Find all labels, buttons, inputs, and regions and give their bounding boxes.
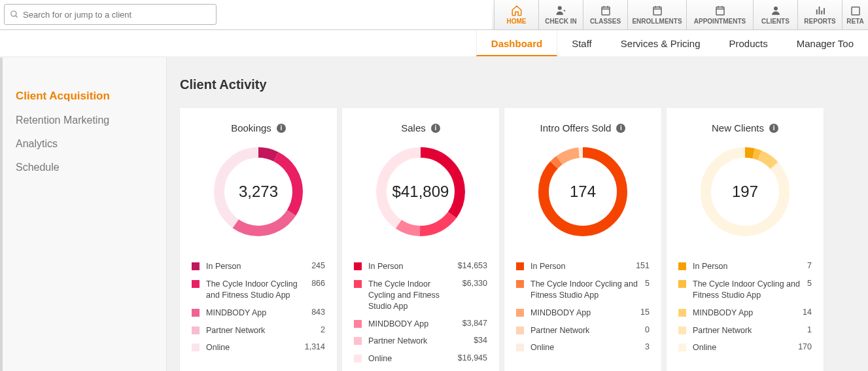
legend-row: In Person $14,653 [354,258,487,275]
subnav-dashboard[interactable]: Dashboard [476,30,557,56]
info-icon[interactable]: i [431,124,440,133]
legend-row: The Cycle Indoor Cycling and Fitness Stu… [516,275,650,304]
swatch-icon [354,355,362,362]
legend-value: 15 [640,308,650,317]
sidebar-analytics[interactable]: Analytics [16,132,166,156]
info-icon[interactable]: i [769,124,778,133]
legend-label: MINDBODY App [693,308,803,319]
sidebar-client-acquisition[interactable]: Client Acquisition [16,84,166,109]
classes-icon [600,5,612,16]
donut-total: 197 [696,143,794,241]
sidebar-retention-marketing[interactable]: Retention Marketing [16,109,166,132]
legend: In Person 245 The Cycle Indoor Cycling a… [192,258,325,357]
donut-chart: 3,273 [209,143,307,241]
nav-label: RETA [846,18,863,25]
donut-chart: $41,809 [372,143,470,241]
subnav-products[interactable]: Products [715,30,782,56]
swatch-icon [678,280,686,288]
donut-total: 174 [534,143,632,241]
legend-row: Online 1,314 [192,339,325,357]
legend-value: 3 [645,342,650,351]
legend-value: 14 [803,308,812,317]
legend-label: Online [693,342,798,353]
legend-row: The Cycle Indoor Cycling and Fitness Stu… [678,275,812,304]
swatch-icon [678,309,686,317]
legend-value: 245 [311,261,325,270]
legend-label: MINDBODY App [530,308,640,319]
svg-rect-4 [653,7,661,15]
search-icon [10,10,19,19]
legend-label: In Person [693,261,807,272]
legend-row: MINDBODY App 14 [678,304,812,322]
swatch-icon [678,262,686,270]
card-title: Sales [401,122,426,133]
legend-row: MINDBODY App 843 [192,304,325,322]
info-icon[interactable]: i [616,124,625,133]
legend-label: Online [530,342,645,353]
nav-checkin[interactable]: CHECK IN [538,0,583,29]
subnav-staff[interactable]: Staff [557,30,606,56]
card-intro: Intro Offers Soldi174 In Person 151 The … [504,108,661,371]
svg-rect-5 [716,7,724,15]
swatch-icon [516,344,524,351]
nav-classes[interactable]: CLASSES [583,0,627,29]
legend-value: 5 [807,279,812,288]
legend-row: The Cycle Indoor Cycling and Fitness Stu… [192,275,325,304]
legend-row: Partner Network 2 [192,322,325,340]
svg-point-6 [774,7,778,10]
legend-label: The Cycle Indoor Cycling and Fitness Stu… [206,279,311,301]
card-header: Bookingsi [192,122,325,133]
search-input[interactable] [23,10,211,20]
legend-label: MINDBODY App [206,308,311,319]
nav-reports[interactable]: REPORTS [797,0,842,29]
legend-value: 5 [645,279,650,288]
nav-label: HOME [507,18,527,25]
svg-rect-7 [852,7,859,15]
card-header: Intro Offers Soldi [516,122,650,133]
legend-row: MINDBODY App $3,847 [354,315,487,333]
legend-row: The Cycle Indoor Cycling and Fitness Stu… [354,275,487,315]
sidebar: Client Acquisition Retention Marketing A… [0,58,167,371]
donut-chart: 197 [696,143,794,241]
legend-label: Partner Network [530,325,645,336]
swatch-icon [192,309,200,317]
card-sales: Salesi$41,809 In Person $14,653 The Cycl… [342,108,499,371]
swatch-icon [192,344,200,351]
svg-point-0 [11,11,16,16]
legend-value: $16,945 [458,353,487,362]
nav-icons: HOME CHECK IN CLASSES ENROLLMENTS APPOIN… [494,0,868,29]
card-header: New Clientsi [678,122,812,133]
svg-point-2 [557,6,561,10]
subnav-services[interactable]: Services & Pricing [606,30,715,56]
card-title: Bookings [231,122,271,133]
subnav-manager[interactable]: Manager Too [782,30,868,56]
card-bookings: Bookingsi3,273 In Person 245 The Cycle I… [180,108,337,371]
home-icon [511,5,523,16]
legend-label: Partner Network [693,325,807,336]
page-title: Client Activity [180,77,868,92]
search-wrap [0,0,492,29]
legend-value: 1,314 [305,342,325,351]
legend-label: Partner Network [368,336,474,347]
main: Client Activity Bookingsi3,273 In Person… [167,58,868,371]
body: Client Acquisition Retention Marketing A… [0,58,868,371]
nav-enrollments[interactable]: ENROLLMENTS [627,0,686,29]
legend-label: In Person [368,261,458,272]
swatch-icon [354,337,362,345]
nav-appointments[interactable]: APPOINTMENTS [686,0,753,29]
search-box[interactable] [4,4,217,25]
legend-value: $14,653 [458,261,487,270]
legend-row: In Person 151 [516,258,650,275]
info-icon[interactable]: i [277,124,286,133]
legend: In Person $14,653 The Cycle Indoor Cycli… [354,258,487,368]
nav-home[interactable]: HOME [494,0,538,29]
nav-retail[interactable]: RETA [842,0,868,29]
sidebar-schedule[interactable]: Schedule [16,156,166,179]
legend-value: 2 [321,325,325,334]
legend-value: 866 [311,279,325,288]
swatch-icon [354,280,362,288]
legend-value: 151 [636,261,650,270]
swatch-icon [192,280,200,288]
legend-label: In Person [530,261,636,272]
nav-clients[interactable]: CLIENTS [753,0,797,29]
